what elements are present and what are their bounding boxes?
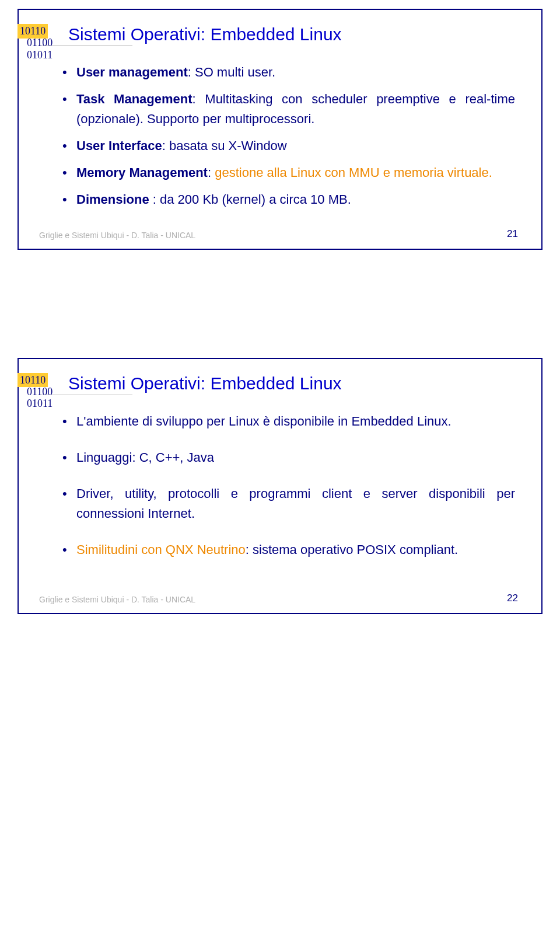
slide-footer: Griglie e Sistemi Ubiqui - D. Talia - UN… bbox=[39, 595, 521, 604]
bullet-text: : sistema operativo POSIX compliant. bbox=[246, 542, 458, 557]
binary-decoration-overlap: 01100 01011 bbox=[27, 37, 52, 61]
bullet-item: Task Management: Multitasking con schedu… bbox=[62, 89, 515, 129]
binary-decoration: 10110 bbox=[18, 373, 48, 388]
bullet-text: Driver, utility, protocolli e programmi … bbox=[76, 486, 515, 521]
bullet-text: L'ambiente di sviluppo per Linux è dispo… bbox=[76, 414, 452, 428]
bullet-list: User management: SO multi user. Task Man… bbox=[62, 62, 515, 210]
footer-text: Griglie e Sistemi Ubiqui - D. Talia - UN… bbox=[39, 595, 195, 604]
bullet-text: : bbox=[208, 165, 215, 180]
slide-footer: Griglie e Sistemi Ubiqui - D. Talia - UN… bbox=[39, 231, 521, 240]
bullet-text: : SO multi user. bbox=[188, 65, 275, 79]
bullet-text: Linguaggi: C, C++, Java bbox=[76, 450, 214, 465]
bullet-item: L'ambiente di sviluppo per Linux è dispo… bbox=[62, 412, 515, 431]
bullet-list: L'ambiente di sviluppo per Linux è dispo… bbox=[62, 412, 515, 560]
bullet-item: User management: SO multi user. bbox=[62, 62, 515, 82]
bullet-label: Dimensione bbox=[76, 192, 153, 207]
binary-decoration-overlap: 01100 01011 bbox=[27, 386, 52, 410]
page-number: 21 bbox=[507, 228, 518, 240]
slide-separator bbox=[0, 279, 560, 349]
binary-line-3: 01011 bbox=[27, 398, 52, 410]
binary-decoration: 10110 bbox=[18, 24, 48, 39]
bullet-label: User management bbox=[76, 65, 188, 79]
slide-title: Sistemi Operativi: Embedded Linux bbox=[68, 25, 521, 44]
slide-1: 10110 01100 01011 Sistemi Operativi: Emb… bbox=[18, 9, 542, 250]
bullet-text: : basata su X-Window bbox=[162, 138, 287, 153]
bullet-label: Task Management bbox=[76, 92, 192, 106]
bullet-highlight: gestione alla Linux con MMU e memoria vi… bbox=[215, 165, 492, 180]
bullet-item: Driver, utility, protocolli e programmi … bbox=[62, 484, 515, 524]
bullet-item: User Interface: basata su X-Window bbox=[62, 136, 515, 156]
slide-content: User management: SO multi user. Task Man… bbox=[62, 62, 515, 210]
bullet-item: Memory Management: gestione alla Linux c… bbox=[62, 163, 515, 183]
bullet-label: User Interface bbox=[76, 138, 162, 153]
bullet-label: Memory Management bbox=[76, 165, 208, 180]
binary-line-1: 10110 bbox=[20, 374, 46, 386]
binary-line-3: 01011 bbox=[27, 49, 52, 61]
bullet-text: : da 200 Kb (kernel) a circa 10 MB. bbox=[153, 192, 351, 207]
bullet-item: Similitudini con QNX Neutrino: sistema o… bbox=[62, 540, 515, 560]
title-underline bbox=[39, 46, 132, 46]
footer-text: Griglie e Sistemi Ubiqui - D. Talia - UN… bbox=[39, 231, 195, 240]
bullet-item: Linguaggi: C, C++, Java bbox=[62, 448, 515, 468]
bullet-highlight: Similitudini con QNX Neutrino bbox=[76, 542, 246, 557]
title-underline bbox=[39, 395, 132, 395]
page-number: 22 bbox=[507, 592, 518, 604]
slide-title: Sistemi Operativi: Embedded Linux bbox=[68, 374, 521, 393]
binary-line-2: 01100 bbox=[27, 386, 52, 398]
bullet-item: Dimensione : da 200 Kb (kernel) a circa … bbox=[62, 190, 515, 210]
slide-content: L'ambiente di sviluppo per Linux è dispo… bbox=[62, 412, 515, 560]
binary-line-1: 10110 bbox=[20, 25, 46, 37]
binary-line-2: 01100 bbox=[27, 37, 52, 49]
slide-2: 10110 01100 01011 Sistemi Operativi: Emb… bbox=[18, 358, 542, 614]
